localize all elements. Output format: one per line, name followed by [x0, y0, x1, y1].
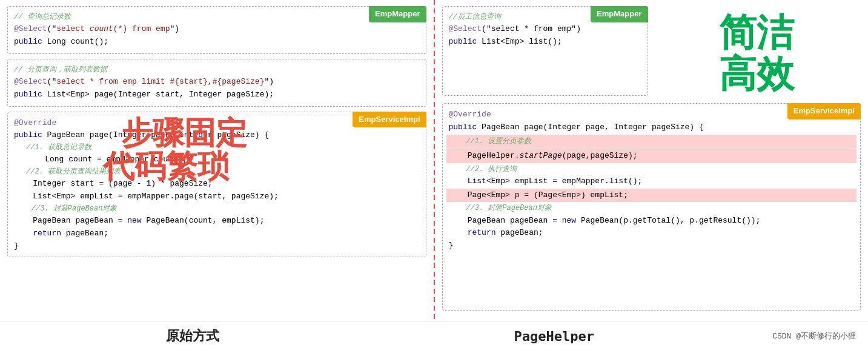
badge-empserviceimpl-left: EmpServiceImpl	[353, 112, 426, 128]
hero-text-1: 简洁	[719, 12, 794, 53]
badge-empserviceimpl-right: EmpServiceImpl	[787, 103, 861, 119]
footer-credit: CSDN @不断修行的小狸	[735, 331, 856, 342]
footer-right: PageHelper	[374, 329, 735, 344]
annotation-line: @Select("select count(*) from emp")	[14, 23, 420, 36]
right-box1: EmpMapper //员工信息查询 @Select("select * fro…	[442, 6, 648, 96]
comment4: //2. 获取分页查询结果列表	[14, 166, 420, 178]
annotation-line2: @Select("select * from emp limit #{start…	[14, 76, 420, 89]
method-sig: public PageBean page(Integer page, Integ…	[14, 129, 420, 142]
badge-empmapper-right: EmpMapper	[591, 6, 648, 22]
r-code2c: return pageBean;	[449, 227, 855, 240]
code3b: Integer start = (page - 1) * pageSize;	[14, 178, 420, 190]
right-box2: EmpServiceImpl @Override public PageBean…	[442, 103, 861, 311]
comment3: //1. 获取总记录数	[14, 142, 420, 153]
footer-left-title: 原始方式	[166, 328, 219, 343]
r-code2b: PageBean pageBean = new PageBean(p.getTo…	[449, 215, 855, 227]
r-highlight1: //1. 设置分页参数	[446, 135, 857, 149]
left-box2: // 分页查询，获取列表数据 @Select("select * from em…	[7, 59, 426, 107]
hero-section: 简洁 高效	[653, 6, 861, 101]
left-box3: EmpServiceImpl @Override public PageBean…	[7, 112, 426, 257]
code3e: return pageBean;	[14, 227, 420, 240]
r-comment3: //3. 封装PageBean对象	[449, 203, 855, 214]
footer-right-title: PageHelper	[514, 329, 594, 344]
r-annotation1: @Select("select * from emp")	[449, 23, 641, 36]
r-highlight2: PageHelper.startPage(page,pageSize);	[446, 149, 857, 163]
r-code2a: List<Emp> empList = empMapper.list();	[449, 175, 855, 188]
code3f: }	[14, 240, 420, 253]
comment-line2: // 分页查询，获取列表数据	[14, 64, 420, 76]
main-container: EmpMapper // 查询总记录数 @Select("select coun…	[0, 0, 868, 321]
hero-text-2: 高效	[719, 53, 794, 95]
right-panel: EmpMapper //员工信息查询 @Select("select * fro…	[435, 0, 869, 321]
left-box1: EmpMapper // 查询总记录数 @Select("select coun…	[7, 6, 426, 54]
right-top-row: EmpMapper //员工信息查询 @Select("select * fro…	[442, 6, 861, 101]
r-code2d: }	[449, 240, 855, 252]
footer: 原始方式 PageHelper CSDN @不断修行的小狸	[0, 321, 868, 350]
comment-line: // 查询总记录数	[14, 12, 420, 23]
code3c: List<Emp> empList = empMapper.page(start…	[14, 190, 420, 203]
r-code1: public List<Emp> list();	[449, 36, 641, 49]
code3d: PageBean pageBean = new PageBean(count, …	[14, 215, 420, 227]
comment5: //3. 封装PageBean对象	[14, 203, 420, 215]
footer-left: 原始方式	[12, 327, 374, 345]
code3a: Long count = empMapper.count();	[14, 153, 420, 166]
r-comment2: //2. 执行查询	[449, 164, 855, 175]
r-method-sig: public PageBean page(Integer page, Integ…	[449, 121, 855, 134]
badge-empmapper-left1: EmpMapper	[369, 6, 426, 22]
code-line: public Long count();	[14, 36, 420, 49]
r-highlight3: Page<Emp> p = (Page<Emp>) empList;	[446, 189, 857, 203]
left-panel: EmpMapper // 查询总记录数 @Select("select coun…	[0, 0, 434, 321]
code-line2: public List<Emp> page(Integer start, Int…	[14, 89, 420, 101]
